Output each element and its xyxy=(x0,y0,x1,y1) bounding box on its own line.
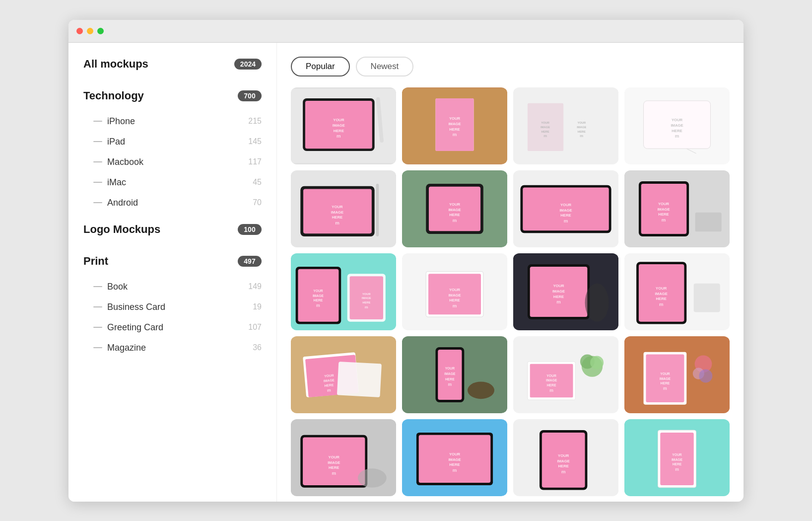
svg-point-137 xyxy=(699,369,712,382)
svg-text:IMAGE: IMAGE xyxy=(448,122,461,126)
svg-text:HERE: HERE xyxy=(578,130,586,133)
sidebar-item-macbook[interactable]: Macbook 117 xyxy=(83,152,262,172)
svg-text:IMAGE: IMAGE xyxy=(671,123,683,127)
svg-text:IMAGE: IMAGE xyxy=(657,207,670,211)
svg-rect-101 xyxy=(694,283,720,312)
mockup-card-1[interactable]: YOUR IMAGE HERE m xyxy=(291,87,396,164)
mockup-card-6[interactable]: YOUR IMAGE HERE m xyxy=(402,170,507,247)
svg-text:YOUR: YOUR xyxy=(672,118,683,122)
svg-text:m: m xyxy=(561,468,566,474)
mockup-card-7[interactable]: YOUR IMAGE HERE m xyxy=(513,170,618,247)
svg-text:m: m xyxy=(659,301,664,306)
svg-text:IMAGE: IMAGE xyxy=(448,207,461,212)
sidebar-item-book[interactable]: Book 149 xyxy=(83,277,262,297)
svg-text:m: m xyxy=(365,304,368,309)
sidebar-item-android[interactable]: Android 70 xyxy=(83,193,262,213)
svg-point-145 xyxy=(358,468,387,488)
filter-popular-button[interactable]: Popular xyxy=(291,57,350,76)
sidebar-item-ipad[interactable]: iPad 145 xyxy=(83,132,262,152)
mockup-card-4[interactable]: YOUR IMAGE HERE m xyxy=(624,87,730,164)
svg-text:IMAGE: IMAGE xyxy=(331,210,343,214)
sidebar-item-print[interactable]: Print 497 xyxy=(83,255,262,268)
svg-text:m: m xyxy=(316,302,320,307)
svg-text:HERE: HERE xyxy=(558,464,569,468)
titlebar xyxy=(68,20,744,43)
dash-icon xyxy=(93,306,102,307)
svg-text:HERE: HERE xyxy=(553,294,564,298)
svg-text:YOUR: YOUR xyxy=(546,373,556,377)
sidebar-item-greeting-card[interactable]: Greeting Card 107 xyxy=(83,317,262,338)
mockup-card-13[interactable]: YOUR IMAGE HERE m xyxy=(291,336,396,413)
sidebar-item-technology[interactable]: Technology 700 xyxy=(83,89,262,102)
svg-text:IMAGE: IMAGE xyxy=(655,291,668,296)
svg-point-93 xyxy=(585,283,609,321)
svg-text:YOUR: YOUR xyxy=(660,372,670,375)
svg-text:HERE: HERE xyxy=(672,128,682,133)
svg-text:YOUR: YOUR xyxy=(656,286,667,291)
svg-text:m: m xyxy=(335,220,339,225)
svg-text:YOUR: YOUR xyxy=(558,453,569,458)
svg-text:m: m xyxy=(337,133,341,139)
svg-text:IMAGE: IMAGE xyxy=(660,376,671,380)
svg-text:m: m xyxy=(580,134,583,138)
mockup-card-8[interactable]: YOUR IMAGE HERE m xyxy=(624,170,730,247)
svg-text:YOUR: YOUR xyxy=(553,284,564,288)
mockup-card-9[interactable]: YOUR IMAGE HERE m YOUR IMAGE HERE m xyxy=(291,253,396,330)
svg-text:HERE: HERE xyxy=(661,381,670,385)
mockup-card-16[interactable]: YOUR IMAGE HERE m xyxy=(624,336,730,413)
svg-text:m: m xyxy=(549,387,553,392)
svg-text:m: m xyxy=(453,302,457,308)
sidebar-item-logo-mockups[interactable]: Logo Mockups 100 xyxy=(83,223,262,236)
sidebar-item-magazine[interactable]: Magazine 36 xyxy=(83,338,262,358)
sidebar: All mockups 2024 Technology 700 iPhone 2… xyxy=(68,43,277,502)
svg-text:YOUR: YOUR xyxy=(332,205,343,209)
minimize-button[interactable] xyxy=(87,28,93,34)
svg-text:YOUR: YOUR xyxy=(577,121,586,124)
svg-text:HERE: HERE xyxy=(547,383,556,387)
mockup-grid: YOUR IMAGE HERE m YO xyxy=(291,87,730,502)
maximize-button[interactable] xyxy=(97,28,104,34)
svg-text:m: m xyxy=(564,218,568,223)
mockup-card-14[interactable]: YOUR IMAGE HERE m xyxy=(402,336,507,413)
mockup-card-12[interactable]: YOUR IMAGE HERE m xyxy=(624,253,730,330)
svg-rect-109 xyxy=(337,362,382,397)
svg-text:m: m xyxy=(675,133,679,139)
svg-text:HERE: HERE xyxy=(560,213,571,218)
mockup-card-10[interactable]: YOUR IMAGE HERE m xyxy=(402,253,507,330)
svg-text:YOUR: YOUR xyxy=(313,289,323,292)
content-area: All mockups 2024 Technology 700 iPhone 2… xyxy=(68,43,744,502)
mockup-card-15[interactable]: YOUR IMAGE HERE m xyxy=(513,336,618,413)
svg-text:YOUR: YOUR xyxy=(560,203,572,207)
mockup-card-20[interactable]: YOUR IMAGE HERE m xyxy=(624,419,730,496)
mockup-card-17[interactable]: YOUR IMAGE HERE m xyxy=(291,419,396,496)
dash-icon xyxy=(93,161,102,162)
svg-text:HERE: HERE xyxy=(658,212,669,217)
main-content: Popular Newest YOUR IMAGE HERE m xyxy=(277,43,744,502)
mockup-card-3[interactable]: YOUR IMAGE HERE m YOUR IMAGE HERE m xyxy=(513,87,618,164)
svg-text:IMAGE: IMAGE xyxy=(541,125,550,128)
mockup-card-2[interactable]: YOUR IMAGE HERE m xyxy=(402,87,507,164)
svg-text:YOUR: YOUR xyxy=(329,454,340,459)
sidebar-item-business-card[interactable]: Business Card 19 xyxy=(83,297,262,317)
svg-text:IMAGE: IMAGE xyxy=(672,457,683,461)
svg-text:HERE: HERE xyxy=(449,127,460,131)
mockup-card-11[interactable]: YOUR IMAGE HERE m xyxy=(513,253,618,330)
svg-text:m: m xyxy=(332,470,336,475)
close-button[interactable] xyxy=(76,28,83,34)
svg-text:m: m xyxy=(453,218,457,223)
sidebar-item-all-mockups[interactable]: All mockups 2024 xyxy=(83,58,262,71)
svg-text:IMAGE: IMAGE xyxy=(444,372,456,375)
mockup-card-18[interactable]: YOUR IMAGE HERE m xyxy=(402,419,507,496)
sidebar-item-iphone[interactable]: iPhone 215 xyxy=(83,111,262,132)
sidebar-item-imac[interactable]: iMac 45 xyxy=(83,172,262,193)
mockup-card-19[interactable]: YOUR IMAGE HERE m xyxy=(513,419,618,496)
svg-text:HERE: HERE xyxy=(329,465,339,470)
mockup-card-5[interactable]: YOUR IMAGE HERE m xyxy=(291,170,396,247)
svg-text:IMAGE: IMAGE xyxy=(362,297,371,299)
svg-text:m: m xyxy=(453,132,457,137)
svg-rect-65 xyxy=(695,212,722,231)
svg-text:HERE: HERE xyxy=(445,377,455,380)
filter-newest-button[interactable]: Newest xyxy=(356,57,414,76)
svg-text:IMAGE: IMAGE xyxy=(546,378,557,382)
svg-text:IMAGE: IMAGE xyxy=(313,294,324,297)
